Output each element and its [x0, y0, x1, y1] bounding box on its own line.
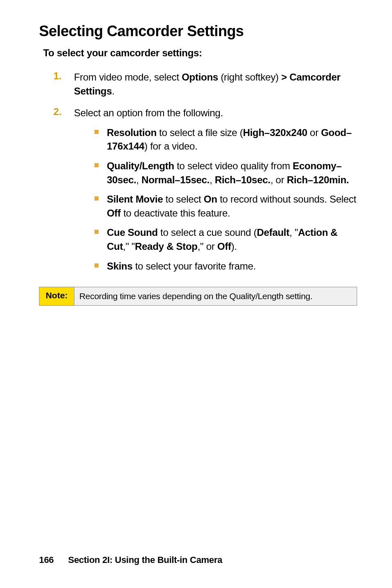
bold-text: On	[204, 194, 217, 205]
sub-item-skins: Skins to select your favorite frame.	[74, 259, 357, 273]
text: ,	[136, 174, 142, 185]
step-2: 2. Select an option from the following. …	[39, 106, 357, 279]
text: to select	[163, 194, 203, 205]
text: Select an option from the following.	[74, 107, 223, 118]
text: ," or	[198, 241, 217, 252]
bold-text: Skins	[107, 261, 133, 272]
sub-item-silent: Silent Movie to select On to record with…	[74, 192, 357, 220]
text: or	[307, 127, 321, 138]
text: ) for a video.	[144, 141, 197, 152]
sub-content: Quality/Length to select video quality f…	[107, 159, 357, 187]
text: to select your favorite frame.	[133, 261, 256, 272]
step-content: Select an option from the following. Res…	[74, 106, 357, 279]
bold-text: Rich–10sec.	[215, 174, 270, 185]
step-number: 2.	[53, 106, 74, 279]
text: ).	[231, 241, 237, 252]
text: .	[112, 85, 114, 97]
step-1: 1. From video mode, select Options (righ…	[39, 70, 357, 98]
text: From video mode, select	[74, 71, 182, 83]
bold-text: Default	[257, 227, 289, 238]
text: (right softkey)	[218, 71, 281, 83]
step-number: 1.	[53, 70, 74, 98]
bullet-icon	[95, 159, 107, 187]
bold-text: Options	[182, 71, 218, 83]
bold-text: Rich–120min.	[287, 174, 349, 185]
bullet-icon	[95, 192, 107, 220]
bullet-icon	[95, 126, 107, 153]
sub-item-quality: Quality/Length to select video quality f…	[74, 159, 357, 187]
step-content: From video mode, select Options (right s…	[74, 70, 357, 98]
bullet-icon	[95, 259, 107, 273]
text: to select a cue sound (	[158, 227, 257, 238]
section-label: Section 2I: Using the Built-in Camera	[68, 555, 222, 565]
subheading: To select your camcorder settings:	[43, 47, 357, 59]
page-number: 166	[39, 555, 54, 565]
text: to record without sounds. Select	[217, 194, 356, 205]
page-heading: Selecting Camcorder Settings	[39, 23, 357, 40]
bold-text: Resolution	[107, 127, 157, 138]
sub-content: Silent Movie to select On to record with…	[107, 192, 357, 220]
page-footer: 166Section 2I: Using the Built-in Camera	[39, 555, 222, 565]
sub-item-cue: Cue Sound to select a cue sound (Default…	[74, 226, 357, 253]
text: ,	[210, 174, 215, 185]
note-label: Note:	[39, 287, 74, 306]
sub-item-resolution: Resolution to select a file size (High–3…	[74, 126, 357, 153]
text: , or	[270, 174, 287, 185]
text: to deactivate this feature.	[121, 208, 230, 219]
sub-content: Skins to select your favorite frame.	[107, 259, 357, 273]
note-box: Note: Recording time varies depending on…	[39, 287, 357, 306]
sub-content: Cue Sound to select a cue sound (Default…	[107, 226, 357, 253]
bold-text: Off	[107, 208, 121, 219]
bullet-icon	[95, 226, 107, 253]
text: ," "	[123, 241, 135, 252]
bold-text: High–320x240	[243, 127, 307, 138]
bold-text: Cue Sound	[107, 227, 158, 238]
note-content: Recording time varies depending on the Q…	[74, 287, 357, 306]
text: to select video quality from	[174, 160, 293, 171]
text: to select a file size (	[157, 127, 243, 138]
bold-text: Off	[217, 241, 231, 252]
bold-text: Normal–15sec.	[141, 174, 210, 185]
bold-text: Quality/Length	[107, 160, 174, 171]
sub-list: Resolution to select a file size (High–3…	[74, 126, 357, 273]
text: , "	[289, 227, 298, 238]
bold-text: Silent Movie	[107, 194, 163, 205]
bold-text: Ready & Stop	[135, 241, 197, 252]
sub-content: Resolution to select a file size (High–3…	[107, 126, 357, 153]
